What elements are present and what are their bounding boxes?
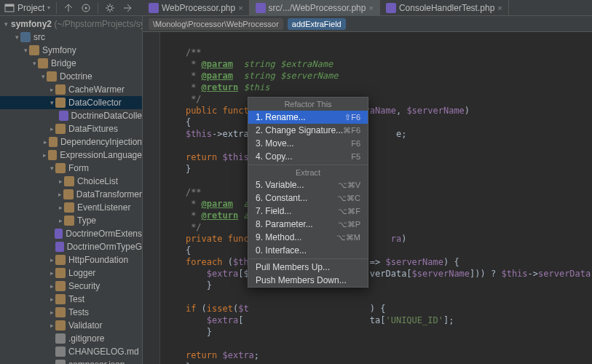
- chevron-down-icon: ▾: [13, 33, 20, 41]
- project-sidebar: ▾symfony2 (~/PhpstormProjects/symfo▾src▾…: [0, 16, 143, 364]
- collapse-icon[interactable]: [63, 2, 74, 14]
- popup-item[interactable]: 8. Parameter...⌥⌘P: [248, 218, 368, 231]
- tree-item[interactable]: ▸DataTransformer: [0, 188, 142, 201]
- editor-tab[interactable]: ConsoleHandlerTest.php ×: [380, 0, 509, 16]
- popup-item-label: 5. Variable...: [256, 180, 304, 190]
- popup-item[interactable]: 5. Variable...⌥⌘V: [248, 178, 368, 191]
- popup-item[interactable]: Push Members Down...: [248, 274, 368, 287]
- tree-label: Tests: [68, 307, 89, 317]
- tree-item[interactable]: ▾Doctrine: [0, 70, 142, 83]
- tree-label: Security: [68, 281, 100, 291]
- breadcrumb-namespace[interactable]: \Monolog\Processor\WebProcessor: [149, 18, 283, 30]
- project-tree[interactable]: ▾symfony2 (~/PhpstormProjects/symfo▾src▾…: [0, 16, 142, 364]
- folder-icon: [47, 71, 57, 82]
- popup-item[interactable]: 6. Constant...⌥⌘C: [248, 191, 368, 205]
- tree-item[interactable]: DoctrineOrmExtens: [0, 227, 142, 240]
- popup-item[interactable]: 3. Move...F6: [248, 137, 368, 150]
- chevron-right-icon: ▸: [48, 296, 55, 303]
- tree-item[interactable]: DoctrineOrmTypeG: [0, 240, 142, 253]
- tree-item[interactable]: ▸ChoiceList: [0, 175, 142, 188]
- tree-item[interactable]: ▸HttpFoundation: [0, 253, 142, 266]
- folder-icon: [63, 189, 74, 199]
- tab-label: src/.../WebProcessor.php: [269, 3, 366, 13]
- tree-label: composer.json: [68, 360, 125, 364]
- tree-label: CHANGELOG.md: [68, 347, 139, 357]
- tree-item[interactable]: ▾Form: [0, 162, 142, 175]
- tree-item[interactable]: composer.json: [0, 358, 142, 364]
- php-file-icon: [149, 3, 159, 13]
- file-icon: [55, 333, 66, 344]
- chevron-right-icon: ▸: [57, 178, 64, 185]
- popup-item-shortcut: ⌥⌘P: [338, 220, 360, 229]
- project-icon: [4, 3, 15, 13]
- popup-item[interactable]: Pull Members Up...: [248, 261, 368, 274]
- tree-item[interactable]: ▾Bridge: [0, 57, 142, 70]
- folder-icon: [29, 45, 39, 55]
- chevron-right-icon: ▸: [48, 269, 55, 277]
- popup-item-shortcut: ⌥⌘M: [336, 233, 360, 242]
- project-tool-label[interactable]: Project ▾: [4, 3, 50, 13]
- tree-item[interactable]: DoctrineDataColle: [0, 109, 142, 122]
- tree-item[interactable]: ▸Validator: [0, 319, 142, 332]
- popup-item[interactable]: 9. Method...⌥⌘M: [248, 231, 368, 244]
- tree-item[interactable]: ▾DataCollector: [0, 96, 142, 109]
- tree-label: .gitignore: [68, 333, 104, 344]
- tree-item[interactable]: ▸DataFixtures: [0, 122, 142, 135]
- folder-icon: [38, 58, 48, 68]
- close-icon[interactable]: ×: [497, 4, 502, 12]
- hide-icon[interactable]: [122, 2, 133, 14]
- tree-item[interactable]: ▸Security: [0, 280, 142, 293]
- editor-tab[interactable]: src/.../WebProcessor.php ×: [250, 0, 380, 16]
- popup-item-shortcut: ⇧F6: [344, 113, 360, 122]
- tree-item[interactable]: CHANGELOG.md: [0, 345, 142, 358]
- popup-item-label: 1. Rename...: [256, 112, 306, 122]
- chevron-right-icon: ▸: [56, 191, 63, 198]
- popup-item[interactable]: 7. Field...⌥⌘F: [248, 205, 368, 218]
- editor-tab[interactable]: WebProcessor.php ×: [143, 0, 250, 16]
- svg-rect-1: [5, 4, 14, 7]
- chevron-right-icon: ▸: [42, 138, 49, 146]
- folder-icon: [55, 281, 66, 291]
- tree-item[interactable]: ▸Tests: [0, 306, 142, 319]
- gear-icon[interactable]: [104, 2, 116, 14]
- tab-label: ConsoleHandlerTest.php: [399, 3, 494, 13]
- toolbar-separator: [98, 2, 98, 14]
- folder-icon: [49, 137, 58, 147]
- tree-label: DataTransformer: [76, 189, 142, 199]
- file-icon: [55, 347, 66, 357]
- tree-item[interactable]: ▸ExpressionLanguage: [0, 149, 142, 162]
- chevron-down-icon: ▾: [39, 73, 47, 80]
- tree-item[interactable]: ▸EventListener: [0, 201, 142, 214]
- tree-item[interactable]: ▸DependencyInjection: [0, 135, 142, 149]
- tree-label: DoctrineOrmTypeG: [67, 242, 142, 252]
- tree-item[interactable]: ▸Type: [0, 214, 142, 227]
- chevron-right-icon: ▸: [48, 282, 55, 290]
- chevron-right-icon: ▸: [48, 309, 55, 316]
- popup-item[interactable]: 2. Change Signature...⌘F6: [248, 124, 368, 137]
- tree-item[interactable]: ▸CacheWarmer: [0, 83, 142, 96]
- breadcrumb-method[interactable]: addExtraField: [288, 18, 346, 30]
- target-icon[interactable]: [80, 2, 92, 14]
- tree-item[interactable]: ▾src: [0, 31, 142, 44]
- tree-item[interactable]: ▾Symfony: [0, 44, 142, 57]
- close-icon[interactable]: ×: [238, 4, 242, 12]
- tree-item[interactable]: ▸Test: [0, 293, 142, 306]
- popup-item[interactable]: 4. Copy...F5: [248, 150, 368, 163]
- chevron-down-icon: ▾: [47, 4, 50, 11]
- popup-item[interactable]: 1. Rename...⇧F6: [248, 111, 368, 124]
- tree-label: ChoiceList: [77, 176, 118, 186]
- chevron-down-icon: ▾: [22, 47, 29, 54]
- chevron-down-icon: ▾: [31, 60, 38, 67]
- chevron-right-icon: ▸: [42, 151, 49, 159]
- close-icon[interactable]: ×: [368, 4, 373, 12]
- tree-item[interactable]: .gitignore: [0, 332, 142, 345]
- php-file-icon: [386, 3, 396, 13]
- tree-label: Symfony: [42, 45, 76, 55]
- tree-root[interactable]: ▾symfony2 (~/PhpstormProjects/symfo: [0, 17, 142, 31]
- chevron-down-icon: ▾: [4, 20, 8, 28]
- popup-item-label: 4. Copy...: [256, 151, 292, 162]
- tree-item[interactable]: ▸Logger: [0, 266, 142, 280]
- project-label-text: Project: [17, 3, 44, 13]
- popup-item[interactable]: 0. Interface...: [248, 244, 368, 257]
- tree-label: Logger: [68, 268, 95, 278]
